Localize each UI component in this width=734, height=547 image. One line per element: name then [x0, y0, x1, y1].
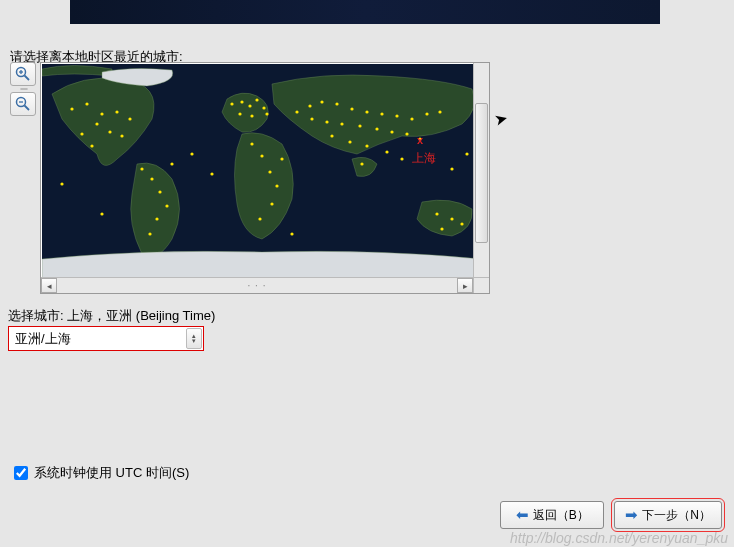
scroll-right-button[interactable]: ▸ — [457, 278, 473, 293]
svg-point-16 — [90, 144, 93, 147]
svg-point-19 — [158, 190, 161, 193]
svg-point-58 — [330, 134, 333, 137]
zoom-controls — [10, 62, 38, 116]
timezone-combobox[interactable]: 亚洲/上海 ▴▾ — [8, 326, 204, 351]
svg-point-61 — [385, 150, 388, 153]
svg-point-27 — [255, 98, 258, 101]
svg-point-10 — [115, 110, 118, 113]
svg-point-48 — [425, 112, 428, 115]
svg-point-40 — [308, 104, 311, 107]
svg-line-5 — [25, 106, 30, 111]
selected-city-description: 选择城市: 上海，亚洲 (Beijing Time) — [8, 307, 215, 325]
nav-buttons: ⬅ 返回（B） ➡ 下一步（N） — [500, 501, 722, 529]
svg-point-14 — [120, 134, 123, 137]
utc-checkbox-label: 系统时钟使用 UTC 时间(S) — [34, 464, 189, 482]
combobox-toggle[interactable]: ▴▾ — [186, 328, 202, 349]
zoom-slider[interactable] — [20, 88, 28, 90]
svg-point-24 — [230, 102, 233, 105]
utc-checkbox-row[interactable]: 系统时钟使用 UTC 时间(S) — [14, 464, 189, 482]
svg-point-8 — [85, 102, 88, 105]
svg-line-1 — [25, 76, 30, 81]
svg-point-18 — [150, 177, 153, 180]
svg-point-50 — [310, 117, 313, 120]
selected-city-marker: x — [417, 134, 423, 146]
header-banner — [70, 0, 660, 24]
next-button-label: 下一步（N） — [642, 507, 711, 524]
timezone-value: 亚洲/上海 — [15, 330, 71, 348]
svg-point-17 — [140, 167, 143, 170]
svg-point-69 — [190, 152, 193, 155]
svg-point-72 — [465, 152, 468, 155]
svg-point-38 — [280, 157, 283, 160]
svg-point-51 — [325, 120, 328, 123]
arrow-left-icon: ⬅ — [516, 506, 529, 524]
svg-point-23 — [170, 162, 173, 165]
vertical-scrollbar[interactable] — [473, 63, 489, 279]
cursor-icon: ➤ — [492, 109, 509, 131]
svg-point-73 — [100, 212, 103, 215]
svg-point-12 — [95, 122, 98, 125]
svg-point-30 — [250, 114, 253, 117]
svg-point-36 — [270, 202, 273, 205]
scroll-corner — [473, 277, 489, 293]
svg-point-9 — [100, 112, 103, 115]
arrow-right-icon: ➡ — [625, 506, 638, 524]
next-button[interactable]: ➡ 下一步（N） — [614, 501, 722, 529]
svg-point-52 — [340, 122, 343, 125]
svg-point-71 — [450, 167, 453, 170]
zoom-out-icon — [15, 96, 31, 112]
back-button[interactable]: ⬅ 返回（B） — [500, 501, 604, 529]
svg-point-64 — [435, 212, 438, 215]
svg-point-20 — [165, 204, 168, 207]
svg-point-55 — [390, 130, 393, 133]
zoom-in-icon — [15, 66, 31, 82]
svg-point-47 — [410, 117, 413, 120]
horizontal-scrollbar[interactable]: ◂ · · · ▸ — [41, 277, 473, 293]
svg-point-39 — [295, 110, 298, 113]
svg-point-13 — [108, 130, 111, 133]
svg-point-25 — [240, 100, 243, 103]
watermark: http://blog.csdn.net/yerenyuan_pku — [510, 530, 728, 546]
svg-point-59 — [348, 140, 351, 143]
zoom-out-button[interactable] — [10, 92, 36, 116]
svg-point-33 — [260, 154, 263, 157]
scroll-left-button[interactable]: ◂ — [41, 278, 57, 293]
map-canvas[interactable]: x 上海 — [42, 64, 482, 278]
svg-point-62 — [400, 157, 403, 160]
zoom-in-button[interactable] — [10, 62, 36, 86]
svg-point-68 — [60, 182, 63, 185]
svg-point-49 — [438, 110, 441, 113]
svg-point-15 — [80, 132, 83, 135]
svg-point-45 — [380, 112, 383, 115]
svg-point-43 — [350, 107, 353, 110]
svg-point-35 — [275, 184, 278, 187]
selected-city-label: 上海 — [412, 150, 436, 167]
svg-point-22 — [148, 232, 151, 235]
svg-point-32 — [250, 142, 253, 145]
world-map[interactable]: x 上海 ◂ · · · ▸ — [40, 62, 490, 294]
svg-point-41 — [320, 100, 323, 103]
svg-point-74 — [290, 232, 293, 235]
utc-checkbox[interactable] — [14, 466, 28, 480]
svg-point-28 — [262, 106, 265, 109]
svg-point-7 — [70, 107, 73, 110]
svg-point-46 — [395, 114, 398, 117]
svg-point-70 — [210, 172, 213, 175]
svg-point-54 — [375, 127, 378, 130]
svg-point-26 — [248, 104, 251, 107]
chevron-down-icon: ▾ — [192, 339, 196, 344]
svg-point-21 — [155, 217, 158, 220]
svg-point-65 — [450, 217, 453, 220]
svg-point-34 — [268, 170, 271, 173]
svg-point-66 — [460, 222, 463, 225]
svg-point-53 — [358, 124, 361, 127]
svg-point-31 — [265, 112, 268, 115]
svg-point-67 — [440, 227, 443, 230]
svg-point-63 — [360, 162, 363, 165]
svg-point-37 — [258, 217, 261, 220]
back-button-label: 返回（B） — [533, 507, 589, 524]
svg-point-11 — [128, 117, 131, 120]
svg-point-29 — [238, 112, 241, 115]
svg-point-42 — [335, 102, 338, 105]
svg-point-56 — [405, 132, 408, 135]
